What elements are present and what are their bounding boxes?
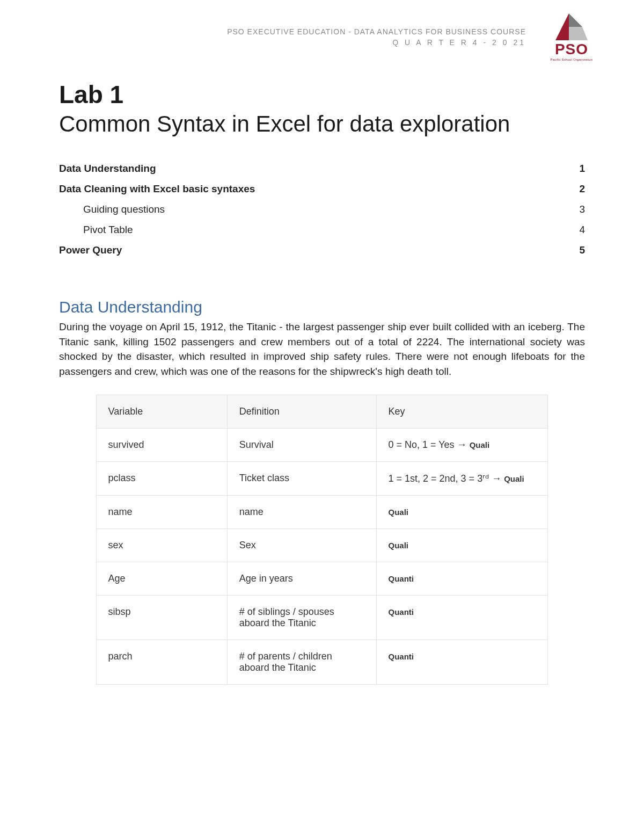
- table-row: survived Survival 0 = No, 1 = Yes → Qual…: [96, 429, 548, 462]
- toc-label: Power Query: [59, 240, 122, 260]
- key-prefix: 0 = No, 1 = Yes →: [389, 439, 470, 450]
- lab-number-title: Lab 1: [59, 80, 585, 109]
- cell-key: 1 = 1st, 2 = 2nd, 3 = 3ʳᵈ → Quali: [376, 462, 548, 496]
- table-of-contents: Data Understanding 1 Data Cleaning with …: [59, 158, 585, 260]
- cell-key: 0 = No, 1 = Yes → Quali: [376, 429, 548, 462]
- table-row: pclass Ticket class 1 = 1st, 2 = 2nd, 3 …: [96, 462, 548, 496]
- table-row: name name Quali: [96, 496, 548, 529]
- cell-variable: sex: [96, 529, 227, 562]
- svg-marker-2: [569, 27, 588, 40]
- section-paragraph: During the voyage on April 15, 1912, the…: [59, 320, 585, 379]
- svg-marker-1: [569, 13, 582, 27]
- toc-entry[interactable]: Data Understanding 1: [59, 158, 585, 179]
- cell-key: Quanti: [376, 562, 548, 596]
- cell-variable: pclass: [96, 462, 227, 496]
- table-row: sibsp # of siblings / spouses aboard the…: [96, 596, 548, 640]
- toc-label: Data Understanding: [59, 158, 156, 179]
- key-tag: Quali: [389, 541, 409, 550]
- cell-definition: Sex: [227, 529, 376, 562]
- table-header-key: Key: [376, 395, 548, 429]
- cell-key: Quali: [376, 529, 548, 562]
- table-body: survived Survival 0 = No, 1 = Yes → Qual…: [96, 429, 548, 685]
- toc-entry[interactable]: Guiding questions 3: [59, 199, 585, 220]
- logo-text: PSO: [555, 41, 588, 58]
- pso-logo: PSO Pacific School Organization: [542, 11, 601, 70]
- key-tag: Quali: [504, 474, 524, 483]
- cell-variable: Age: [96, 562, 227, 596]
- logo-mark-icon: [550, 11, 593, 43]
- table-row: Age Age in years Quanti: [96, 562, 548, 596]
- toc-page-number: 1: [574, 158, 585, 179]
- table-header-row: Variable Definition Key: [96, 395, 548, 429]
- cell-key: Quanti: [376, 596, 548, 640]
- toc-label: Guiding questions: [59, 199, 165, 220]
- document-page: PSO Pacific School Organization PSO EXEC…: [0, 0, 644, 834]
- cell-definition: name: [227, 496, 376, 529]
- cell-variable: survived: [96, 429, 227, 462]
- key-tag: Quali: [470, 440, 490, 449]
- toc-label: Pivot Table: [59, 220, 133, 240]
- cell-variable: parch: [96, 640, 227, 685]
- key-tag: Quanti: [389, 652, 414, 661]
- key-tag: Quanti: [389, 607, 414, 617]
- key-tag: Quanti: [389, 574, 414, 583]
- key-prefix: 1 = 1st, 2 = 2nd, 3 = 3ʳᵈ →: [389, 473, 504, 484]
- cell-variable: sibsp: [96, 596, 227, 640]
- table-header-variable: Variable: [96, 395, 227, 429]
- toc-label: Data Cleaning with Excel basic syntaxes: [59, 179, 255, 199]
- logo-subtext: Pacific School Organization: [551, 58, 593, 61]
- cell-definition: # of siblings / spouses aboard the Titan…: [227, 596, 376, 640]
- toc-entry[interactable]: Data Cleaning with Excel basic syntaxes …: [59, 179, 585, 199]
- section-heading: Data Understanding: [59, 298, 585, 316]
- cell-definition: # of parents / children aboard the Titan…: [227, 640, 376, 685]
- page-header: PSO EXECUTIVE EDUCATION - DATA ANALYTICS…: [59, 27, 526, 48]
- svg-marker-0: [555, 13, 569, 40]
- cell-key: Quanti: [376, 640, 548, 685]
- header-quarter-line: Q U A R T E R 4 - 2 0 21: [59, 38, 526, 48]
- toc-entry[interactable]: Power Query 5: [59, 240, 585, 260]
- toc-page-number: 5: [574, 240, 585, 260]
- cell-definition: Age in years: [227, 562, 376, 596]
- cell-key: Quali: [376, 496, 548, 529]
- toc-entry[interactable]: Pivot Table 4: [59, 220, 585, 240]
- table-row: sex Sex Quali: [96, 529, 548, 562]
- cell-definition: Survival: [227, 429, 376, 462]
- table-row: parch # of parents / children aboard the…: [96, 640, 548, 685]
- cell-variable: name: [96, 496, 227, 529]
- key-tag: Quali: [389, 507, 409, 517]
- header-course-line: PSO EXECUTIVE EDUCATION - DATA ANALYTICS…: [59, 27, 526, 38]
- toc-page-number: 2: [574, 179, 585, 199]
- variable-definition-table: Variable Definition Key survived Surviva…: [96, 395, 548, 685]
- cell-definition: Ticket class: [227, 462, 376, 496]
- toc-page-number: 3: [574, 199, 585, 220]
- table-header-definition: Definition: [227, 395, 376, 429]
- toc-page-number: 4: [574, 220, 585, 240]
- lab-subtitle: Common Syntax in Excel for data explorat…: [59, 111, 585, 137]
